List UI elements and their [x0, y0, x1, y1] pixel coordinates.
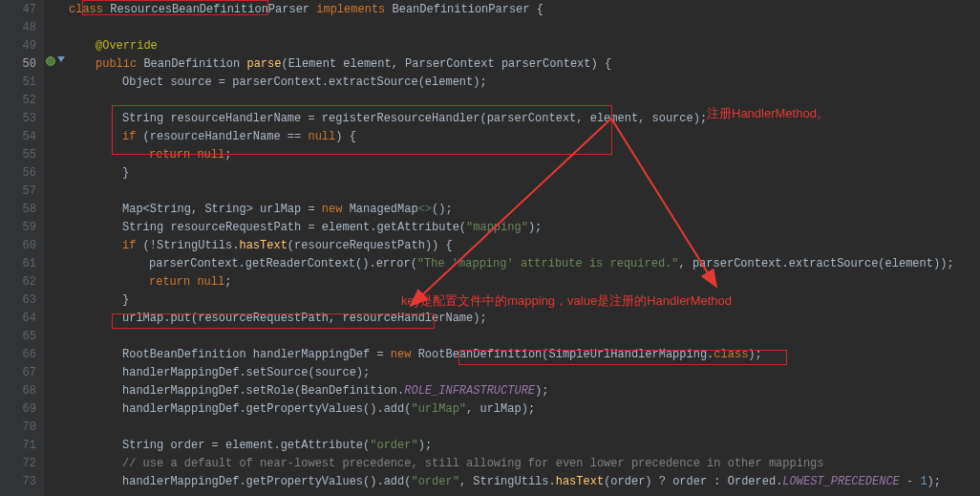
code-line[interactable]: handlerMappingDef.setSource(source);: [69, 364, 980, 382]
code-line[interactable]: String resourceHandlerName = registerRes…: [69, 110, 980, 128]
line-number: 60: [0, 237, 36, 255]
line-number: 64: [0, 310, 36, 328]
code-line[interactable]: Object source = parserContext.extractSou…: [69, 74, 980, 92]
code-line[interactable]: RootBeanDefinition handlerMappingDef = n…: [69, 346, 980, 364]
line-number: 61: [0, 255, 36, 273]
line-number: 65: [0, 328, 36, 346]
implements-gutter-icon[interactable]: [57, 56, 65, 62]
code-line[interactable]: }: [69, 164, 980, 183]
code-line[interactable]: if (resourceHandlerName == null) {: [69, 128, 980, 146]
line-number: 67: [0, 364, 36, 382]
line-number: 66: [0, 346, 36, 364]
line-number: 62: [0, 273, 36, 291]
code-line[interactable]: [69, 92, 980, 110]
line-number: 68: [0, 382, 36, 400]
line-number: 48: [0, 19, 36, 37]
line-number: 59: [0, 219, 36, 237]
line-number: 69: [0, 400, 36, 419]
code-line[interactable]: handlerMappingDef.setRole(BeanDefinition…: [69, 382, 980, 400]
code-line[interactable]: }: [69, 291, 980, 310]
code-line[interactable]: class ResourcesBeanDefinitionParser impl…: [69, 1, 980, 19]
code-line[interactable]: String resourceRequestPath = element.get…: [69, 219, 980, 237]
code-line[interactable]: public BeanDefinition parse(Element elem…: [69, 55, 980, 74]
code-line[interactable]: urlMap.put(resourceRequestPath, resource…: [69, 310, 980, 328]
line-number: 70: [0, 419, 36, 437]
code-line[interactable]: // use a default of near-lowest preceden…: [69, 455, 980, 473]
code-area[interactable]: class ResourcesBeanDefinitionParser impl…: [44, 0, 980, 496]
code-line[interactable]: [69, 19, 980, 37]
line-number: 52: [0, 92, 36, 110]
code-editor[interactable]: 4748495051525354555657585960616263646566…: [0, 0, 980, 496]
line-number: 49: [0, 37, 36, 55]
line-gutter: 4748495051525354555657585960616263646566…: [0, 0, 44, 496]
code-line[interactable]: if (!StringUtils.hasText(resourceRequest…: [69, 237, 980, 255]
line-number: 58: [0, 201, 36, 219]
code-line[interactable]: handlerMappingDef.getPropertyValues().ad…: [69, 400, 980, 419]
line-number: 51: [0, 74, 36, 92]
line-number: 63: [0, 291, 36, 310]
code-line[interactable]: return null;: [69, 146, 980, 164]
line-number: 56: [0, 164, 36, 183]
code-line[interactable]: [69, 328, 980, 346]
line-number: 53: [0, 110, 36, 128]
line-number: 72: [0, 455, 36, 473]
line-number: 73: [0, 473, 36, 491]
line-number: 50: [0, 55, 36, 74]
line-number: 57: [0, 183, 36, 201]
code-line[interactable]: parserContext.getReaderContext().error("…: [69, 255, 980, 273]
line-number: 47: [0, 1, 36, 19]
line-number: 55: [0, 146, 36, 164]
code-line[interactable]: @Override: [69, 37, 980, 55]
line-number: 71: [0, 437, 36, 455]
code-line[interactable]: handlerMappingDef.getPropertyValues().ad…: [69, 473, 980, 491]
code-line[interactable]: return null;: [69, 273, 980, 291]
override-gutter-icon[interactable]: [46, 56, 55, 66]
code-line[interactable]: String order = element.getAttribute("ord…: [69, 437, 980, 455]
code-line[interactable]: [69, 183, 980, 201]
line-number: 54: [0, 128, 36, 146]
code-line[interactable]: [69, 419, 980, 437]
code-line[interactable]: Map<String, String> urlMap = new Managed…: [69, 201, 980, 219]
